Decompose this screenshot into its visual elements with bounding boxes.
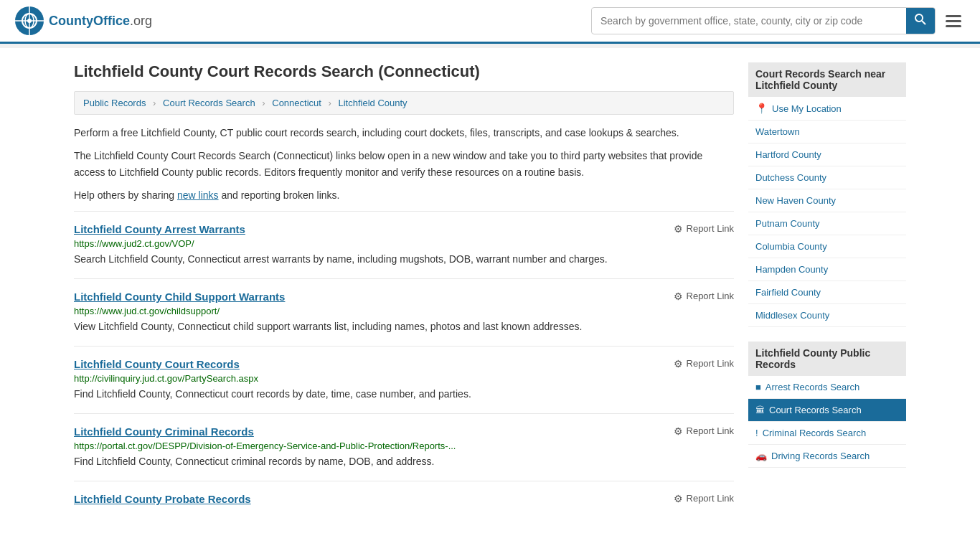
list-item: Hartford County	[748, 143, 906, 166]
result-header: Litchfield County Arrest Warrants ⚙ Repo…	[74, 223, 734, 235]
breadcrumb: Public Records › Court Records Search › …	[74, 91, 734, 115]
sidebar-records-list: ■ Arrest Records Search 🏛 Court Records …	[748, 376, 906, 468]
result-title-link[interactable]: Litchfield County Court Records	[74, 358, 240, 370]
result-desc: Find Litchfield County, Connecticut cour…	[74, 387, 734, 402]
sidebar: Court Records Search near Litchfield Cou…	[748, 62, 906, 519]
list-item: New Haven County	[748, 189, 906, 212]
main-container: Litchfield County Court Records Search (…	[60, 48, 920, 534]
result-url: http://civilinquiry.jud.ct.gov/PartySear…	[74, 373, 734, 384]
sidebar-nearby-section: Court Records Search near Litchfield Cou…	[748, 62, 906, 327]
result-item: Litchfield County Arrest Warrants ⚙ Repo…	[74, 211, 734, 278]
result-title-link[interactable]: Litchfield County Probate Records	[74, 493, 251, 505]
result-desc: View Litchfield County, Connecticut chil…	[74, 319, 734, 334]
sidebar-item-dutchess-county[interactable]: Dutchess County	[748, 166, 906, 189]
sidebar-nearby-header: Court Records Search near Litchfield Cou…	[748, 62, 906, 97]
svg-line-7	[922, 21, 925, 24]
criminal-icon: !	[755, 428, 758, 438]
report-icon: ⚙	[674, 223, 683, 235]
sidebar-item-middlesex-county[interactable]: Middlesex County	[748, 304, 906, 326]
content-area: Litchfield County Court Records Search (…	[74, 62, 734, 519]
list-item: ! Criminal Records Search	[748, 422, 906, 445]
sidebar-item-fairfield-county[interactable]: Fairfield County	[748, 281, 906, 303]
sidebar-nearby-list: 📍 Use My Location Watertown Hartford Cou…	[748, 97, 906, 327]
sidebar-item-criminal-records[interactable]: ! Criminal Records Search	[748, 422, 906, 444]
sidebar-records-section: Litchfield County Public Records ■ Arres…	[748, 342, 906, 468]
list-item: 📍 Use My Location	[748, 97, 906, 121]
report-link[interactable]: ⚙ Report Link	[674, 223, 734, 235]
location-icon: 📍	[755, 103, 768, 114]
result-header: Litchfield County Court Records ⚙ Report…	[74, 358, 734, 370]
result-item: Litchfield County Court Records ⚙ Report…	[74, 346, 734, 413]
result-url: https://www.jud.ct.gov/childsupport/	[74, 306, 734, 316]
result-item: Litchfield County Child Support Warrants…	[74, 278, 734, 346]
new-links-link[interactable]: new links	[177, 189, 219, 201]
report-icon: ⚙	[674, 358, 683, 369]
breadcrumb-litchfield-county[interactable]: Litchfield County	[339, 98, 407, 108]
search-area	[591, 7, 966, 34]
report-link[interactable]: ⚙ Report Link	[674, 425, 734, 437]
sidebar-item-use-location[interactable]: 📍 Use My Location	[748, 97, 906, 120]
result-desc: Search Litchfield County, Connecticut ar…	[74, 252, 734, 267]
sidebar-item-driving-records[interactable]: 🚗 Driving Records Search	[748, 445, 906, 467]
sidebar-records-header: Litchfield County Public Records	[748, 342, 906, 376]
sidebar-item-new-haven-county[interactable]: New Haven County	[748, 189, 906, 212]
header: CountyOffice.org	[0, 0, 980, 44]
list-item: Watertown	[748, 121, 906, 143]
logo-area: CountyOffice.org	[14, 6, 152, 36]
search-button[interactable]	[906, 8, 935, 34]
breadcrumb-connecticut[interactable]: Connecticut	[272, 98, 321, 108]
sidebar-item-hartford-county[interactable]: Hartford County	[748, 143, 906, 166]
result-title-link[interactable]: Litchfield County Arrest Warrants	[74, 223, 245, 235]
report-link[interactable]: ⚙ Report Link	[674, 493, 734, 504]
report-icon: ⚙	[674, 425, 683, 437]
description-2: The Litchfield County Court Records Sear…	[74, 148, 734, 180]
report-icon: ⚙	[674, 291, 683, 302]
report-icon: ⚙	[674, 493, 683, 504]
sidebar-item-arrest-records[interactable]: ■ Arrest Records Search	[748, 376, 906, 398]
description-1: Perform a free Litchfield County, CT pub…	[74, 125, 734, 141]
sidebar-item-watertown[interactable]: Watertown	[748, 121, 906, 143]
court-icon: 🏛	[755, 405, 765, 415]
result-item: Litchfield County Probate Records ⚙ Repo…	[74, 481, 734, 519]
list-item: Columbia County	[748, 235, 906, 258]
svg-point-6	[915, 14, 923, 22]
sidebar-item-putnam-county[interactable]: Putnam County	[748, 212, 906, 235]
result-desc: Find Litchfield County, Connecticut crim…	[74, 454, 734, 469]
report-link[interactable]: ⚙ Report Link	[674, 291, 734, 302]
menu-button[interactable]	[941, 12, 966, 30]
result-header: Litchfield County Child Support Warrants…	[74, 291, 734, 303]
breadcrumb-public-records[interactable]: Public Records	[83, 98, 146, 108]
result-url: https://www.jud2.ct.gov/VOP/	[74, 238, 734, 249]
logo-icon	[14, 6, 44, 36]
arrest-icon: ■	[755, 382, 761, 392]
breadcrumb-court-records-search[interactable]: Court Records Search	[163, 98, 255, 108]
list-item: ■ Arrest Records Search	[748, 376, 906, 399]
svg-point-5	[27, 19, 32, 23]
driving-icon: 🚗	[755, 451, 767, 461]
breadcrumb-sep-1: ›	[153, 98, 156, 108]
search-box	[591, 7, 936, 34]
list-item: Hampden County	[748, 258, 906, 281]
report-link[interactable]: ⚙ Report Link	[674, 358, 734, 369]
result-url: https://portal.ct.gov/DESPP/Division-of-…	[74, 441, 734, 451]
sidebar-item-court-records[interactable]: 🏛 Court Records Search	[748, 399, 906, 421]
logo-text: CountyOffice.org	[49, 14, 152, 29]
list-item: Middlesex County	[748, 304, 906, 327]
breadcrumb-sep-2: ›	[262, 98, 265, 108]
list-item: Putnam County	[748, 212, 906, 235]
search-input[interactable]	[592, 9, 906, 32]
page-title: Litchfield County Court Records Search (…	[74, 62, 734, 81]
result-title-link[interactable]: Litchfield County Child Support Warrants	[74, 291, 285, 303]
result-header: Litchfield County Probate Records ⚙ Repo…	[74, 493, 734, 505]
list-item: 🚗 Driving Records Search	[748, 445, 906, 468]
sidebar-item-hampden-county[interactable]: Hampden County	[748, 258, 906, 281]
list-item: Dutchess County	[748, 166, 906, 189]
breadcrumb-sep-3: ›	[329, 98, 331, 108]
result-header: Litchfield County Criminal Records ⚙ Rep…	[74, 425, 734, 438]
list-item-active: 🏛 Court Records Search	[748, 399, 906, 422]
description-3: Help others by sharing new links and rep…	[74, 187, 734, 203]
list-item: Fairfield County	[748, 281, 906, 304]
sidebar-item-columbia-county[interactable]: Columbia County	[748, 235, 906, 258]
result-item: Litchfield County Criminal Records ⚙ Rep…	[74, 413, 734, 481]
result-title-link[interactable]: Litchfield County Criminal Records	[74, 425, 254, 438]
